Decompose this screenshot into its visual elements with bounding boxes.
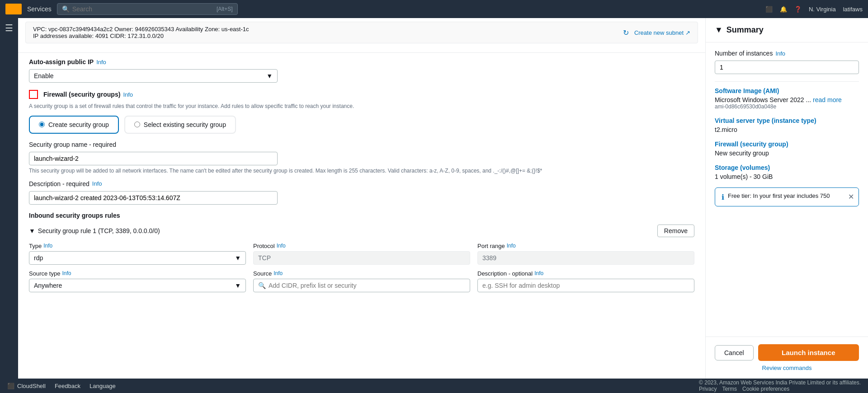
firewall-section: Firewall (security groups) Info A securi… <box>18 90 705 305</box>
summary-panel: ▼ Summary Number of instances Info Softw… <box>705 18 868 379</box>
source-search-icon: 🔍 <box>258 282 266 289</box>
port-input: 3389 <box>477 251 694 265</box>
subnet-row: VPC: vpc-0837c394f9434a2c2 Owner: 946926… <box>25 22 698 43</box>
console-icon[interactable]: ⬛ <box>765 6 773 13</box>
free-tier-notice: ℹ Free tier: In your first year includes… <box>715 187 859 206</box>
instances-info[interactable]: Info <box>775 50 785 57</box>
rule-header: ▼ Security group rule 1 (TCP, 3389, 0.0.… <box>29 225 694 237</box>
port-field: Port range Info 3389 <box>477 243 694 265</box>
firewall-label: Firewall (security groups) Info <box>29 90 694 99</box>
protocol-field: Protocol Info TCP <box>253 243 470 265</box>
ami-value: Microsoft Windows Server 2022 ... read m… <box>715 96 859 103</box>
user-menu[interactable]: latifaws <box>843 6 863 13</box>
desc-info[interactable]: Info <box>534 270 543 276</box>
ami-field: Software Image (AMI) Microsoft Windows S… <box>715 87 859 110</box>
select-sg-radio[interactable] <box>134 122 140 127</box>
desc-field: Description - optional Info <box>477 270 694 292</box>
sg-desc-label: Description - required Info <box>29 180 694 187</box>
sg-name-input[interactable] <box>29 152 278 165</box>
vpc-owner: Owner: 946926035343 <box>114 26 174 33</box>
type-field: Type Info rdp ▼ <box>29 243 246 265</box>
firewall-radio-group: Create security group Select existing se… <box>29 116 694 134</box>
bell-icon[interactable]: 🔔 <box>780 6 787 13</box>
type-select[interactable]: rdp ▼ <box>29 251 246 265</box>
create-new-subnet-link[interactable]: Create new subnet ↗ <box>634 29 690 36</box>
action-buttons: Cancel Launch instance <box>715 344 859 361</box>
search-bar[interactable]: 🔍 [Alt+S] <box>57 3 238 15</box>
rule-source-fields: Source type Info Anywhere ▼ Source Info <box>29 270 694 292</box>
ami-read-more[interactable]: read more <box>813 96 842 103</box>
vpc-az: Availability Zone: us-east-1c <box>175 26 249 33</box>
divider-1 <box>715 81 859 82</box>
free-tier-close-button[interactable]: ✕ <box>848 192 854 201</box>
ami-label[interactable]: Software Image (AMI) <box>715 87 859 94</box>
external-link-icon: ↗ <box>685 29 690 36</box>
launch-instance-button[interactable]: Launch instance <box>758 344 859 361</box>
top-navigation: Services 🔍 [Alt+S] ⬛ 🔔 ❓ N. Virginia lat… <box>0 0 868 18</box>
search-shortcut: [Alt+S] <box>217 6 233 12</box>
inbound-rule-1: ▼ Security group rule 1 (TCP, 3389, 0.0.… <box>29 225 694 292</box>
instances-input[interactable] <box>715 61 859 74</box>
help-icon[interactable]: ❓ <box>794 6 802 13</box>
firewall-info[interactable]: Info <box>123 91 133 98</box>
source-type-field: Source type Info Anywhere ▼ <box>29 270 246 292</box>
remove-rule-button[interactable]: Remove <box>657 225 694 237</box>
auto-assign-info[interactable]: Info <box>96 59 106 66</box>
ami-id: ami-0d86c69530d0a048e <box>715 103 859 110</box>
source-info[interactable]: Info <box>274 270 283 276</box>
instances-field: Number of instances Info <box>715 50 859 74</box>
create-sg-radio[interactable] <box>39 122 45 127</box>
vpc-details: VPC: vpc-0837c394f9434a2c2 Owner: 946926… <box>33 26 618 33</box>
sg-desc-field: Description - required Info <box>29 180 694 205</box>
source-input-wrap[interactable]: 🔍 <box>253 279 470 292</box>
auto-assign-label: Auto-assign public IP Info <box>29 58 694 66</box>
aws-logo <box>5 4 22 14</box>
sg-desc-input[interactable] <box>29 191 278 205</box>
source-field: Source Info 🔍 <box>253 270 470 292</box>
sg-desc-info[interactable]: Info <box>92 180 102 187</box>
summary-body: Number of instances Info Software Image … <box>706 42 868 337</box>
desc-label: Description - optional Info <box>477 270 694 277</box>
create-security-group-option[interactable]: Create security group <box>29 116 119 134</box>
source-input[interactable] <box>269 282 465 289</box>
sg-name-label: Security group name - required <box>29 141 694 148</box>
type-info[interactable]: Info <box>43 243 52 249</box>
summary-actions: Cancel Launch instance Review commands <box>706 337 868 379</box>
storage-label[interactable]: Storage (volumes) <box>715 164 859 171</box>
select-existing-sg-option[interactable]: Select existing security group <box>124 116 236 134</box>
vpc-network: IP addresses available: 4091 CIDR: 172.3… <box>33 33 618 39</box>
storage-field: Storage (volumes) 1 volume(s) - 30 GiB <box>715 164 859 180</box>
firewall-checkbox-highlight <box>29 90 38 99</box>
vpc-id: VPC: vpc-0837c394f9434a2c2 <box>33 26 113 33</box>
rule-chevron-icon: ▼ <box>29 227 35 234</box>
review-commands-link[interactable]: Review commands <box>715 365 859 371</box>
auto-assign-section: Auto-assign public IP Info Enable ▼ <box>18 53 705 90</box>
summary-title: ▼ Summary <box>706 18 868 42</box>
sidebar: ☰ <box>0 18 18 379</box>
firewall-summary-label[interactable]: Firewall (security group) <box>715 140 859 148</box>
dropdown-chevron-icon: ▼ <box>266 72 273 80</box>
desc-input[interactable] <box>477 279 694 292</box>
sidebar-menu-icon[interactable]: ☰ <box>5 23 13 33</box>
source-type-select[interactable]: Anywhere ▼ <box>29 279 246 292</box>
port-info[interactable]: Info <box>507 243 516 249</box>
services-menu[interactable]: Services <box>27 5 52 13</box>
port-label: Port range Info <box>477 243 694 249</box>
type-chevron-icon: ▼ <box>235 254 241 262</box>
firewall-summary-value: New security group <box>715 150 859 157</box>
protocol-info[interactable]: Info <box>277 243 286 249</box>
protocol-label: Protocol Info <box>253 243 470 249</box>
source-label: Source Info <box>253 270 470 277</box>
source-type-info[interactable]: Info <box>62 270 71 276</box>
nav-right-section: ⬛ 🔔 ❓ N. Virginia latifaws <box>765 6 863 13</box>
sg-name-hint: This security group will be added to all… <box>29 167 694 175</box>
instance-type-value: t2.micro <box>715 126 859 133</box>
cancel-button[interactable]: Cancel <box>715 345 754 360</box>
source-type-label: Source type Info <box>29 270 246 277</box>
ip-available: IP addresses available: 4091 <box>33 33 108 39</box>
search-input[interactable] <box>72 5 214 13</box>
region-selector[interactable]: N. Virginia <box>809 6 836 13</box>
instance-type-label[interactable]: Virtual server type (instance type) <box>715 117 859 124</box>
refresh-button[interactable]: ↻ <box>623 28 629 37</box>
auto-assign-dropdown[interactable]: Enable ▼ <box>29 69 278 83</box>
